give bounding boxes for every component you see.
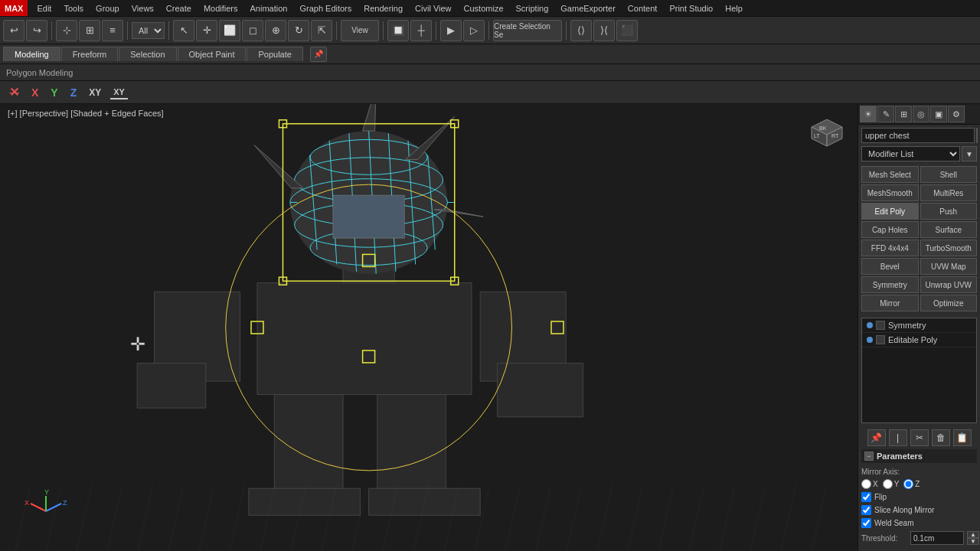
filter-dropdown[interactable]: All — [132, 22, 165, 39]
mod-btn-cap-holes[interactable]: Cap Holes — [861, 221, 919, 238]
mod-btn-turbosmooth[interactable]: TurboSmooth — [920, 240, 978, 256]
modifier-list-expand[interactable]: ▼ — [962, 146, 977, 161]
threshold-input[interactable] — [910, 531, 964, 545]
tab-object-paint[interactable]: Object Paint — [178, 47, 247, 61]
lasso-select-tool[interactable]: ◻ — [242, 20, 263, 41]
panel-icon-modify[interactable]: ✎ — [877, 106, 894, 122]
axis-x-button[interactable]: X — [28, 85, 41, 100]
mod-btn-push[interactable]: Push — [920, 203, 978, 220]
create-selection-button[interactable]: Create Selection Se — [493, 20, 562, 41]
menu-tools[interactable]: Tools — [57, 0, 90, 16]
panel-icon-motion[interactable]: ◎ — [913, 106, 929, 122]
menu-edit[interactable]: Edit — [31, 0, 57, 16]
modifier-list-dropdown[interactable]: Modifier List — [861, 146, 960, 161]
axis-x-radio-input[interactable] — [861, 479, 871, 489]
menu-rendering[interactable]: Rendering — [358, 0, 409, 16]
object-color-swatch[interactable] — [976, 128, 978, 143]
tab-modeling[interactable]: Modeling — [3, 47, 60, 61]
axis-z-button[interactable]: Z — [67, 85, 80, 100]
undo-button[interactable]: ↩ — [3, 20, 24, 41]
panel-icon-display[interactable]: ☀ — [860, 106, 877, 122]
threshold-up-button[interactable]: ▲ — [967, 531, 979, 538]
align-button[interactable]: ┼ — [410, 20, 432, 41]
axis-xy-button[interactable]: XY — [86, 86, 104, 99]
scale-tool[interactable]: ⇱ — [311, 20, 332, 41]
mod-btn-multires[interactable]: MultiRes — [920, 184, 978, 201]
rect-select-tool[interactable]: ⬜ — [219, 20, 240, 41]
menu-animation[interactable]: Animation — [244, 0, 294, 16]
threshold-down-button[interactable]: ▼ — [967, 538, 979, 545]
menu-modifiers[interactable]: Modifiers — [198, 0, 244, 16]
named-sel-2[interactable]: ⟩⟨ — [593, 20, 615, 41]
stack-copy-button[interactable]: 📋 — [953, 429, 972, 446]
view-select[interactable]: View — [341, 20, 379, 41]
mod-btn-shell[interactable]: Shell — [920, 166, 978, 183]
tab-freeform[interactable]: Freeform — [61, 47, 119, 61]
stack-item-editable-poly[interactable]: Editable Poly — [862, 333, 976, 347]
mod-btn-meshsmooth[interactable]: MeshSmooth — [861, 184, 919, 201]
mod-row-4: Cap Holes Surface — [861, 221, 977, 238]
stack-pin-button[interactable]: 📌 — [867, 429, 886, 446]
flip-checkbox[interactable] — [861, 492, 871, 502]
mod-btn-edit-poly[interactable]: Edit Poly — [861, 203, 919, 220]
menu-group[interactable]: Group — [90, 0, 126, 16]
menu-help[interactable]: Help — [719, 0, 749, 16]
transform-tool[interactable]: ⊕ — [265, 20, 286, 41]
menu-scripting[interactable]: Scripting — [510, 0, 555, 16]
param-collapse-button[interactable]: − — [864, 452, 874, 461]
viewport[interactable]: [+] [Perspective] [Shaded + Edged Faces]… — [0, 104, 858, 551]
tab-populate[interactable]: Populate — [247, 47, 302, 61]
tab-pin[interactable]: 📌 — [310, 47, 327, 62]
render-button[interactable]: ▶ — [440, 20, 462, 41]
axis-y-radio-input[interactable] — [883, 479, 893, 489]
menu-content[interactable]: Content — [622, 0, 664, 16]
menu-views[interactable]: Views — [126, 0, 160, 16]
menu-civil-view[interactable]: Civil View — [409, 0, 457, 16]
stack-highlight-button[interactable]: | — [889, 429, 907, 446]
panel-icon-display2[interactable]: ▣ — [930, 106, 947, 122]
slice-mirror-checkbox[interactable] — [861, 505, 871, 515]
mod-btn-surface[interactable]: Surface — [920, 221, 978, 238]
render-setup[interactable]: ▷ — [463, 20, 485, 41]
axis-xyh-button[interactable]: XY — [110, 86, 128, 99]
close-icon[interactable]: ✕ — [6, 83, 22, 101]
weld-seam-checkbox[interactable] — [861, 518, 871, 528]
move-tool[interactable]: ✛ — [196, 20, 217, 41]
axis-y-radio[interactable]: Y — [883, 479, 900, 489]
panel-icon-hierarchy[interactable]: ⊞ — [895, 106, 912, 122]
axis-x-radio[interactable]: X — [861, 479, 878, 489]
menu-print-studio[interactable]: Print Studio — [663, 0, 719, 16]
menu-game-exporter[interactable]: GameExporter — [554, 0, 622, 16]
panel-icon-utilities[interactable]: ⚙ — [948, 106, 965, 122]
mod-btn-symmetry[interactable]: Symmetry — [861, 276, 919, 293]
rotate-tool[interactable]: ↻ — [288, 20, 309, 41]
stack-cut-button[interactable]: ✂ — [910, 429, 929, 446]
menu-customize[interactable]: Customize — [458, 0, 510, 16]
menu-graph-editors[interactable]: Graph Editors — [293, 0, 358, 16]
redo-button[interactable]: ↪ — [26, 20, 47, 41]
mod-btn-ffd[interactable]: FFD 4x4x4 — [861, 240, 919, 256]
tab-selection[interactable]: Selection — [119, 47, 176, 61]
stack-delete-button[interactable]: 🗑 — [932, 429, 950, 446]
mod-btn-uvw-map[interactable]: UVW Map — [920, 258, 978, 275]
navigation-cube[interactable]: BK LT RT — [804, 112, 850, 152]
object-name-input[interactable] — [861, 128, 975, 143]
select-tool[interactable]: ↖ — [173, 20, 194, 41]
snap-toggle[interactable]: 🔲 — [387, 20, 409, 41]
select-region-button[interactable]: ⊞ — [79, 20, 100, 41]
named-sel-1[interactable]: ⟨⟩ — [570, 20, 592, 41]
layer-button[interactable]: ≡ — [102, 20, 123, 41]
mod-btn-unwrap-uvw[interactable]: Unwrap UVW — [920, 276, 978, 293]
mod-btn-mesh-select[interactable]: Mesh Select — [861, 166, 919, 183]
mod-btn-mirror[interactable]: Mirror — [861, 295, 919, 311]
axis-y-button[interactable]: Y — [47, 85, 60, 100]
mod-btn-bevel[interactable]: Bevel — [861, 258, 919, 275]
menu-create[interactable]: Create — [160, 0, 198, 16]
breadcrumb: Polygon Modeling — [0, 64, 980, 81]
stack-item-symmetry[interactable]: Symmetry — [862, 318, 976, 333]
axis-z-radio-input[interactable] — [903, 479, 913, 489]
named-sel-3[interactable]: ⬛ — [616, 20, 638, 41]
axis-z-radio[interactable]: Z — [903, 479, 920, 489]
select-object-button[interactable]: ⊹ — [56, 20, 77, 41]
mod-btn-optimize[interactable]: Optimize — [920, 295, 978, 311]
